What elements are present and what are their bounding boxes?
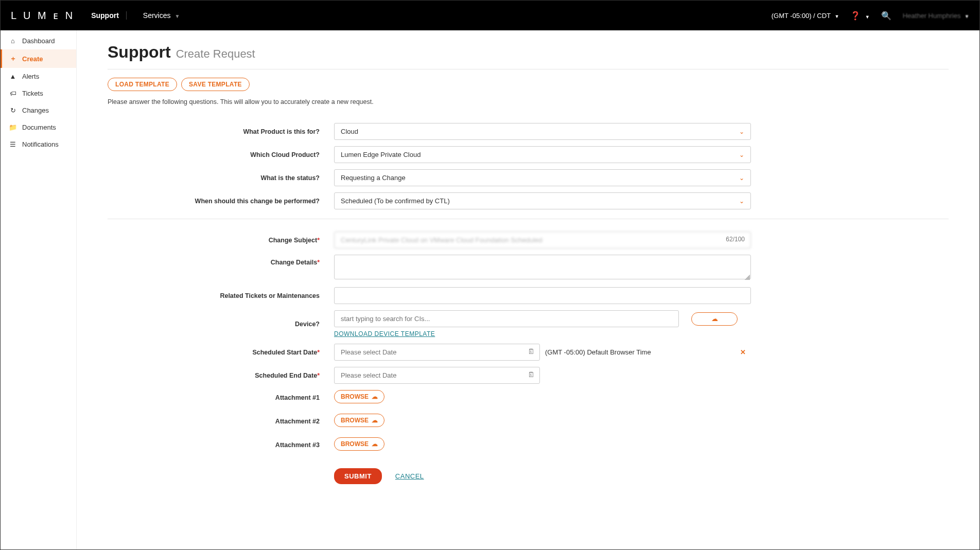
timezone-selector[interactable]: (GMT -05:00) / CDT ▼ [772, 12, 839, 20]
sidebar-item-notifications[interactable]: ☰ Notifications [1, 136, 76, 153]
alert-icon: ▲ [9, 73, 17, 80]
nav-support[interactable]: Support [84, 11, 127, 20]
topbar: L U M ᴇ N Support Services ▼ (GMT -05:00… [1, 1, 979, 30]
main-content: Support Create Request LOAD TEMPLATE SAV… [77, 30, 979, 549]
browse-label: BROWSE [341, 417, 369, 424]
change-subject-input[interactable] [334, 232, 751, 249]
sidebar-item-create[interactable]: ＋ Create [1, 49, 76, 68]
sidebar-item-alerts[interactable]: ▲ Alerts [1, 68, 76, 85]
change-details-textarea[interactable] [334, 255, 751, 279]
label-when: When should this change be performed? [108, 198, 334, 205]
subject-char-counter: 62/100 [726, 236, 745, 243]
sidebar-item-label: Dashboard [22, 37, 55, 45]
chevron-down-icon: ▼ [965, 14, 969, 19]
when-select[interactable]: Scheduled (To be confirmed by CTL) ⌄ [334, 192, 751, 209]
clear-timezone-button[interactable]: ✕ [735, 348, 751, 356]
cloud-upload-icon: ☁ [372, 417, 378, 424]
calendar-icon: 🗓 [528, 347, 535, 356]
divider [108, 69, 949, 69]
folder-icon: 📁 [9, 123, 17, 131]
chevron-down-icon: ⌄ [739, 174, 744, 182]
label-attachment-1: Attachment #1 [108, 392, 334, 401]
label-product: What Product is this for? [108, 128, 334, 135]
device-search-input[interactable] [334, 310, 679, 327]
nav-services[interactable]: Services ▼ [136, 11, 187, 20]
cloud-product-select[interactable]: Lumen Edge Private Cloud ⌄ [334, 146, 751, 163]
sidebar: ⌂ Dashboard ＋ Create ▲ Alerts 🏷 Tickets … [1, 30, 77, 549]
help-icon: ❓ [850, 11, 861, 20]
plus-circle-icon: ＋ [9, 54, 17, 63]
device-upload-button[interactable]: ☁ [691, 312, 738, 326]
ticket-icon: 🏷 [9, 90, 17, 97]
label-status: What is the status? [108, 174, 334, 182]
browse-attachment-1-button[interactable]: BROWSE ☁ [334, 390, 384, 403]
user-menu[interactable]: Heather Humphries ▼ [903, 12, 969, 20]
label-cloud-product: Which Cloud Product? [108, 151, 334, 158]
page-heading: Support [108, 43, 171, 62]
cancel-link[interactable]: CANCEL [395, 472, 424, 480]
browse-attachment-3-button[interactable]: BROWSE ☁ [334, 437, 384, 451]
home-icon: ⌂ [9, 37, 17, 45]
help-button[interactable]: ❓ ▼ [850, 11, 869, 21]
sidebar-item-changes[interactable]: ↻ Changes [1, 102, 76, 119]
chevron-down-icon: ▼ [834, 14, 839, 19]
label-attachment-2: Attachment #2 [108, 416, 334, 425]
label-device: Device? [108, 321, 334, 328]
product-select[interactable]: Cloud ⌄ [334, 123, 751, 140]
page-subtitle: Create Request [176, 47, 255, 61]
product-select-value: Cloud [341, 128, 358, 135]
start-date-input[interactable] [334, 344, 540, 361]
download-device-template-link[interactable]: DOWNLOAD DEVICE TEMPLATE [334, 330, 435, 338]
list-icon: ☰ [9, 140, 17, 148]
label-related: Related Tickets or Maintenances [108, 292, 334, 299]
browse-label: BROWSE [341, 393, 369, 400]
end-date-input[interactable] [334, 367, 540, 384]
sidebar-item-label: Notifications [22, 140, 59, 148]
chevron-down-icon: ⌄ [739, 151, 744, 158]
user-name: Heather Humphries [903, 12, 961, 20]
label-end-date: Scheduled End Date* [108, 372, 334, 379]
when-select-value: Scheduled (To be confirmed by CTL) [341, 197, 450, 205]
divider [108, 219, 949, 219]
cloud-upload-icon: ☁ [711, 315, 718, 323]
sidebar-item-label: Documents [22, 123, 56, 131]
create-request-form: What Product is this for? Cloud ⌄ Which … [108, 123, 949, 484]
label-attachment-3: Attachment #3 [108, 439, 334, 449]
timezone-label: (GMT -05:00) Default Browser Time [545, 348, 651, 356]
sidebar-item-dashboard[interactable]: ⌂ Dashboard [1, 32, 76, 49]
search-icon: 🔍 [881, 11, 891, 20]
load-template-button[interactable]: LOAD TEMPLATE [108, 78, 177, 91]
related-tickets-input[interactable] [334, 287, 751, 304]
browse-attachment-2-button[interactable]: BROWSE ☁ [334, 414, 384, 427]
chevron-down-icon: ⌄ [739, 198, 744, 205]
status-select[interactable]: Requesting a Change ⌄ [334, 169, 751, 186]
cloud-upload-icon: ☁ [372, 393, 378, 400]
save-template-button[interactable]: SAVE TEMPLATE [181, 78, 250, 91]
timezone-label: (GMT -05:00) / CDT [772, 12, 831, 20]
sidebar-item-label: Create [22, 55, 43, 63]
calendar-icon: 🗓 [528, 370, 535, 379]
search-button[interactable]: 🔍 [881, 11, 891, 21]
sidebar-item-label: Tickets [22, 90, 43, 97]
cloud-upload-icon: ☁ [372, 440, 378, 448]
history-icon: ↻ [9, 107, 17, 114]
label-details: Change Details* [108, 255, 334, 266]
nav-services-label: Services [143, 11, 171, 20]
browse-label: BROWSE [341, 440, 369, 448]
chevron-down-icon: ▼ [865, 14, 870, 20]
chevron-down-icon: ▼ [174, 13, 180, 19]
submit-button[interactable]: SUBMIT [334, 468, 382, 484]
label-start-date: Scheduled Start Date* [108, 349, 334, 356]
label-subject: Change Subject* [108, 237, 334, 244]
sidebar-item-label: Alerts [22, 73, 39, 80]
sidebar-item-tickets[interactable]: 🏷 Tickets [1, 85, 76, 102]
sidebar-item-label: Changes [22, 107, 49, 114]
logo: L U M ᴇ N [11, 9, 75, 22]
cloud-product-select-value: Lumen Edge Private Cloud [341, 151, 421, 158]
status-select-value: Requesting a Change [341, 174, 406, 182]
page-title: Support Create Request [108, 43, 949, 62]
sidebar-item-documents[interactable]: 📁 Documents [1, 119, 76, 136]
chevron-down-icon: ⌄ [739, 128, 744, 135]
intro-text: Please answer the following questions. T… [108, 98, 949, 105]
